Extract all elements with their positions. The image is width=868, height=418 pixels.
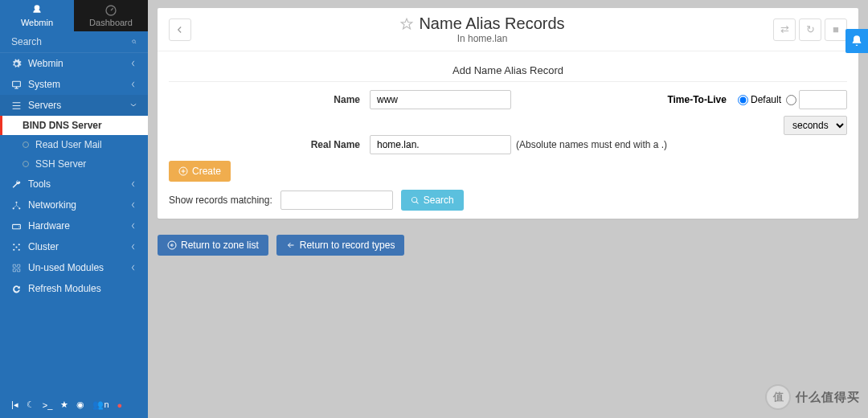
nav-read-mail[interactable]: Read User Mail <box>0 135 148 154</box>
watermark-badge: 值 <box>765 384 791 410</box>
nav-system[interactable]: System <box>0 74 148 95</box>
nav-label: System <box>28 79 60 90</box>
nav-refresh[interactable]: Refresh Modules <box>0 278 148 299</box>
star-outline-icon[interactable] <box>399 17 414 31</box>
arrow-left-icon <box>286 240 296 250</box>
svg-rect-1 <box>13 81 21 87</box>
nav-webmin[interactable]: Webmin <box>0 53 148 74</box>
nav-networking[interactable]: Networking <box>0 195 148 215</box>
power-icon[interactable]: ● <box>117 400 123 410</box>
nav-servers[interactable]: Servers <box>0 95 148 116</box>
users-icon[interactable]: 👥n <box>92 400 108 410</box>
star-icon[interactable]: ★ <box>60 400 68 410</box>
collapse-icon[interactable]: |◂ <box>11 400 18 410</box>
chevron-left-icon <box>130 264 137 271</box>
ttl-unit-select[interactable]: seconds <box>784 116 847 135</box>
search-button[interactable]: Search <box>401 190 464 211</box>
records-search-row: Show records matching: Search <box>169 190 847 211</box>
network-icon <box>11 200 22 211</box>
svg-point-2 <box>15 201 17 203</box>
realname-hint: (Absolute names must end with a .) <box>516 139 667 150</box>
nav-hardware[interactable]: Hardware <box>0 215 148 236</box>
nav-label: Un-used Modules <box>28 262 104 273</box>
page-subtitle: In home.lan <box>191 33 773 44</box>
ttl-custom-radio[interactable] <box>786 95 796 105</box>
dashboard-icon <box>104 4 117 17</box>
nav-tools[interactable]: Tools <box>0 174 148 195</box>
svg-point-3 <box>13 207 14 209</box>
nav-label: Refresh Modules <box>28 283 101 294</box>
terminal-icon[interactable]: >_ <box>43 400 53 410</box>
show-matching-label: Show records matching: <box>169 195 272 206</box>
notifications-tab[interactable] <box>845 29 868 53</box>
chevron-left-icon <box>130 223 137 229</box>
cluster-icon <box>11 242 22 252</box>
realname-input[interactable] <box>370 135 511 154</box>
hdd-icon <box>11 221 22 232</box>
main-panel: Name Alias Records In home.lan ⇄ ↻ ■ Add… <box>158 8 858 219</box>
ttl-default-radio[interactable] <box>738 95 748 105</box>
ttl-value-input[interactable] <box>799 90 847 109</box>
create-label: Create <box>192 166 221 177</box>
bell-icon <box>850 35 863 47</box>
stop-button[interactable]: ■ <box>825 18 847 41</box>
watermark-text: 什么值得买 <box>796 390 860 405</box>
monitor-icon <box>11 80 22 90</box>
records-filter-input[interactable] <box>280 191 393 210</box>
search-icon <box>411 196 420 205</box>
header-actions: ⇄ ↻ ■ <box>773 18 847 41</box>
search-label: Search <box>424 195 454 206</box>
search-input[interactable] <box>11 36 132 47</box>
title-block: Name Alias Records In home.lan <box>191 14 773 44</box>
create-button[interactable]: Create <box>169 161 231 182</box>
nav-label: Servers <box>28 100 61 111</box>
name-input[interactable] <box>370 90 511 109</box>
puzzle-icon <box>11 263 22 273</box>
name-label: Name <box>169 94 370 105</box>
chevron-left-icon <box>130 60 137 67</box>
main-content: Name Alias Records In home.lan ⇄ ↻ ■ Add… <box>148 0 868 418</box>
svg-point-8 <box>18 244 20 245</box>
bullet-icon <box>23 161 29 167</box>
nav-label: Tools <box>28 178 51 190</box>
section-title: Add Name Alias Record <box>169 59 847 82</box>
return-zone-button[interactable]: Return to zone list <box>158 235 268 256</box>
ttl-block: Time-To-Live Default <box>667 90 847 109</box>
svg-point-9 <box>13 248 14 250</box>
return-records-button[interactable]: Return to record types <box>276 235 405 256</box>
moon-icon[interactable]: ☾ <box>27 400 35 410</box>
return-records-label: Return to record types <box>300 240 395 251</box>
refresh-icon <box>11 284 22 294</box>
name-row: Name Time-To-Live Default <box>169 90 847 109</box>
sidebar-nav: Webmin System Servers BIND DNS Server Re… <box>0 53 148 299</box>
nav-unused[interactable]: Un-used Modules <box>0 257 148 278</box>
webmin-logo-icon <box>31 4 43 17</box>
realname-row: Real Name (Absolute names must end with … <box>169 135 847 154</box>
panel-body: Add Name Alias Record Name Time-To-Live … <box>158 51 858 219</box>
chevron-left-icon <box>130 81 137 88</box>
nav-sub-label: BIND DNS Server <box>23 120 102 131</box>
bullet-icon <box>23 141 29 148</box>
page-title: Name Alias Records <box>419 14 564 33</box>
nav-label: Webmin <box>28 58 63 69</box>
return-zone-label: Return to zone list <box>181 240 259 251</box>
nav-bind-dns[interactable]: BIND DNS Server <box>0 116 148 135</box>
search-icon[interactable] <box>132 36 137 47</box>
nav-label: Networking <box>28 199 76 211</box>
svg-point-6 <box>18 226 19 227</box>
gear-icon <box>11 59 22 69</box>
chevron-left-icon <box>130 244 137 250</box>
nav-label: Cluster <box>28 241 59 252</box>
back-button[interactable] <box>169 18 191 41</box>
nav-cluster[interactable]: Cluster <box>0 236 148 257</box>
realname-label: Real Name <box>169 139 370 150</box>
shuffle-button[interactable]: ⇄ <box>773 18 796 41</box>
tab-webmin[interactable]: Webmin <box>0 0 74 31</box>
tab-dashboard[interactable]: Dashboard <box>74 0 148 31</box>
sidebar-tabs: Webmin Dashboard <box>0 0 148 31</box>
watermark: 值 什么值得买 <box>765 384 860 410</box>
reload-button[interactable]: ↻ <box>799 18 821 41</box>
panel-header: Name Alias Records In home.lan ⇄ ↻ ■ <box>158 8 858 51</box>
globe-icon[interactable]: ◉ <box>76 400 84 410</box>
nav-ssh-server[interactable]: SSH Server <box>0 154 148 174</box>
